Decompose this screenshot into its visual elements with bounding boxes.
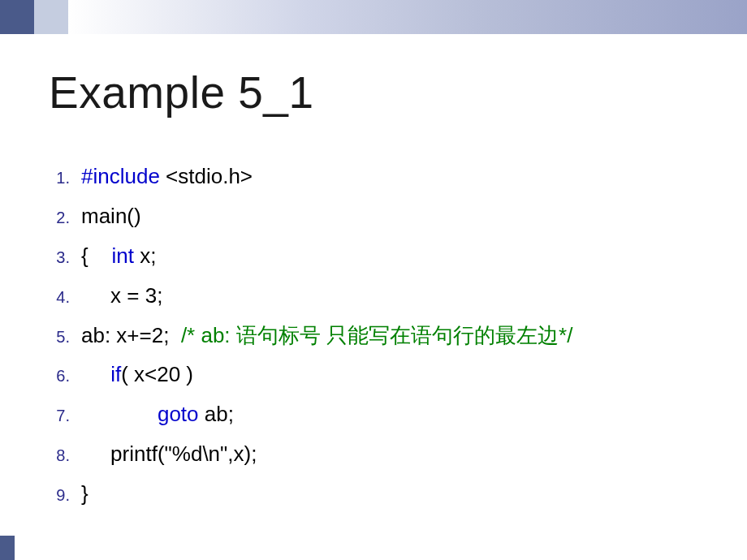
keyword-if: if: [110, 362, 121, 386]
code-line: 8. printf("%d\n",x);: [41, 437, 747, 472]
code-line: 3. { int x;: [41, 239, 747, 274]
code-content: main(): [81, 199, 141, 234]
code-content: ab: x+=2; /* ab: 语句标号 只能写在语句行的最左边*/: [81, 318, 572, 353]
code-content: x = 3;: [81, 278, 162, 313]
line-number: 4.: [41, 284, 70, 311]
keyword-goto: goto: [158, 402, 199, 426]
code-content: printf("%d\n",x);: [81, 437, 257, 472]
line-number: 8.: [41, 442, 70, 469]
code-line: 1. #include <stdio.h>: [41, 159, 747, 194]
code-line: 5. ab: x+=2; /* ab: 语句标号 只能写在语句行的最左边*/: [41, 318, 747, 353]
code-content: #include <stdio.h>: [81, 159, 253, 194]
accent-square-light: [34, 0, 68, 34]
keyword-include: #include: [81, 164, 160, 188]
line-number: 5.: [41, 324, 70, 351]
code-content: if( x<20 ): [81, 357, 193, 392]
code-line: 6. if( x<20 ): [41, 357, 747, 392]
line-number: 1.: [41, 165, 70, 192]
code-content: { int x;: [81, 239, 157, 274]
code-line: 2. main(): [41, 199, 747, 234]
code-content: }: [81, 476, 89, 511]
line-number: 2.: [41, 205, 70, 231]
code-content: goto ab;: [81, 397, 234, 432]
code-line: 4. x = 3;: [41, 278, 747, 313]
line-number: 3.: [41, 244, 70, 271]
code-listing: 1. #include <stdio.h> 2. main() 3. { int…: [41, 159, 747, 511]
accent-square-dark: [0, 0, 34, 34]
bottom-accent: [0, 536, 15, 560]
keyword-int: int: [112, 243, 134, 268]
line-number: 7.: [41, 403, 70, 429]
line-number: 6.: [41, 363, 70, 390]
slide-title: Example 5_1: [49, 67, 747, 118]
comment-text: /* ab: 语句标号 只能写在语句行的最左边*/: [181, 323, 573, 347]
code-line: 7. goto ab;: [41, 397, 747, 432]
decorative-top-bar: [0, 0, 747, 34]
gradient-bar: [68, 0, 747, 34]
line-number: 9.: [41, 482, 70, 509]
code-line: 9. }: [41, 476, 747, 511]
